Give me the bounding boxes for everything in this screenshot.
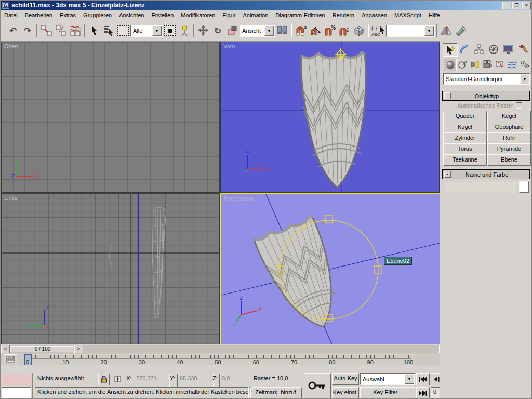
object-button-rohr[interactable]: Rohr — [487, 132, 531, 144]
object-button-ebene[interactable]: Ebene — [487, 154, 531, 166]
align-icon[interactable] — [454, 23, 468, 38]
chevron-down-icon[interactable]: ▼ — [152, 26, 162, 36]
tab-utilities[interactable] — [515, 43, 529, 56]
category-lights[interactable] — [469, 59, 481, 70]
y-coord-field[interactable]: 65,338 — [177, 374, 214, 387]
track-bar-ruler[interactable]: 0102030405060708090100 — [24, 354, 415, 365]
x-coord-field[interactable]: 270,371 — [134, 374, 170, 387]
menu-item-animation[interactable]: Animation — [239, 11, 272, 19]
undo-button[interactable]: ↶ — [6, 23, 20, 38]
menu-item-modifikatoren[interactable]: Modifikatoren — [177, 11, 219, 19]
spinner-snap-icon[interactable] — [337, 23, 352, 38]
rectangular-selection-region-icon[interactable] — [116, 23, 130, 38]
time-slider-next-button[interactable]: > — [74, 345, 83, 353]
named-selection-dropdown[interactable]: ▼ — [386, 25, 435, 37]
auto-key-button[interactable]: Auto-Key — [332, 373, 359, 385]
close-button[interactable]: × — [522, 2, 531, 9]
menu-item-diagramm-editoren[interactable]: Diagramm-Editoren — [272, 11, 328, 19]
angle-snap-icon[interactable] — [308, 23, 323, 38]
menu-item-anpassen[interactable]: Anpassen — [358, 11, 391, 19]
keyboard-override-icon[interactable]: T — [352, 23, 366, 38]
autogrid-checkbox[interactable] — [516, 102, 522, 109]
select-by-name-icon[interactable] — [101, 23, 116, 38]
object-button-geosph-re[interactable]: Geosphäre — [487, 122, 531, 133]
tab-motion[interactable] — [486, 43, 500, 56]
time-slider-prev-button[interactable]: < — [1, 345, 10, 353]
viewport-perspective[interactable]: Perspektive Z X — [220, 193, 441, 345]
maxscript-mini-listener-pink[interactable] — [2, 374, 31, 385]
key-filters-button[interactable]: Key-Filter... — [360, 387, 415, 399]
menu-item-gruppieren[interactable]: Gruppieren — [79, 11, 115, 19]
object-button-zylinder[interactable]: Zylinder — [443, 132, 487, 144]
category-helpers[interactable] — [494, 59, 506, 70]
set-key-button[interactable] — [304, 373, 331, 399]
restore-button[interactable]: ❐ — [512, 2, 521, 9]
object-button-pyramide[interactable]: Pyramide — [487, 143, 531, 155]
track-bar[interactable]: 0102030405060708090100 — [1, 353, 440, 366]
mini-curve-editor-button[interactable] — [4, 354, 17, 364]
collapse-icon[interactable]: - — [444, 171, 451, 178]
tab-create[interactable] — [443, 43, 458, 57]
chevron-down-icon[interactable]: ▼ — [520, 74, 529, 84]
z-coord-field[interactable]: 0,0 — [219, 374, 254, 387]
maxscript-mini-listener-white[interactable] — [2, 387, 31, 399]
select-and-link-icon[interactable] — [39, 23, 54, 38]
object-button-quader[interactable]: Quader — [443, 111, 487, 122]
menu-item-rendern[interactable]: Rendern — [329, 11, 358, 19]
select-and-scale-icon[interactable] — [225, 23, 240, 38]
selection-filter-dropdown[interactable]: Alle ▼ — [130, 25, 163, 37]
category-shapes[interactable] — [456, 59, 468, 70]
redo-button[interactable]: ↷ — [20, 23, 35, 38]
menu-item-figur[interactable]: Figur — [219, 11, 239, 19]
menu-item-maxscript[interactable]: MAXScript — [391, 11, 425, 19]
bind-to-spacewarp-icon[interactable] — [68, 23, 83, 38]
object-color-swatch[interactable] — [519, 181, 529, 193]
rollout-header-name-farbe[interactable]: - Name und Farbe — [442, 169, 530, 179]
window-crossing-toggle-icon[interactable] — [163, 23, 177, 38]
chevron-down-icon[interactable]: ▼ — [424, 26, 434, 36]
object-button-teekanne[interactable]: Teekanne — [443, 154, 487, 166]
tab-modify[interactable] — [457, 43, 471, 56]
select-object-icon[interactable] — [87, 23, 101, 38]
viewport-label-perspektive[interactable]: Perspektive — [224, 195, 254, 202]
menu-item-datei[interactable]: Datei — [1, 11, 21, 19]
time-slider-button[interactable]: 0 / 100 — [10, 346, 75, 352]
object-button-kugel[interactable]: Kugel — [443, 122, 487, 133]
tab-hierarchy[interactable] — [472, 43, 486, 56]
viewport-left[interactable]: Links Z X — [1, 193, 220, 344]
menu-item-hilfe[interactable]: Hilfe — [425, 11, 444, 19]
menu-item-ansichten[interactable]: Ansichten — [115, 11, 148, 19]
collapse-icon[interactable]: - — [444, 92, 451, 99]
percent-snap-icon[interactable]: % — [323, 23, 337, 38]
viewport-label-links[interactable]: Links — [4, 195, 18, 201]
viewport-label-vorn[interactable]: Vorn — [223, 43, 235, 49]
menu-item-bearbeiten[interactable]: Bearbeiten — [21, 11, 56, 19]
animation-selection-dropdown[interactable]: Auswahl ▼ — [360, 373, 415, 385]
category-cameras[interactable] — [481, 59, 493, 70]
minimize-button[interactable]: _ — [502, 2, 511, 9]
add-time-tag-button[interactable]: Zeitmark. hinzuf. — [251, 387, 302, 399]
object-category-dropdown[interactable]: Standard-Grundkörper ▼ — [443, 73, 530, 85]
category-systems[interactable] — [518, 59, 530, 70]
selection-lock-button[interactable] — [98, 374, 110, 385]
category-geometry[interactable] — [444, 59, 457, 71]
toolbar-handle[interactable] — [2, 23, 4, 38]
reference-coordsys-dropdown[interactable]: Ansicht ▼ — [240, 25, 275, 37]
select-and-manipulate-icon[interactable] — [177, 23, 192, 38]
mirror-icon[interactable] — [439, 23, 454, 38]
select-and-rotate-icon[interactable]: ↻ — [210, 23, 225, 38]
menu-item-extras[interactable]: Extras — [56, 11, 79, 19]
use-pivot-center-icon[interactable] — [275, 23, 289, 38]
tab-display[interactable] — [501, 43, 515, 56]
go-to-start-button[interactable] — [416, 373, 430, 385]
object-button-torus[interactable]: Torus — [443, 143, 487, 155]
viewport-label-oben[interactable]: Oben — [4, 43, 18, 49]
snap-toggle-icon[interactable]: 3 — [294, 23, 308, 38]
viewport-top[interactable]: Oben X Z — [1, 42, 220, 193]
viewport-front[interactable]: Vorn Z X — [220, 42, 440, 193]
category-spacewarps[interactable] — [506, 59, 518, 70]
absolute-offset-toggle-button[interactable] — [112, 374, 123, 385]
set-key-mode-button[interactable]: Key einst. — [332, 387, 359, 399]
chevron-down-icon[interactable]: ▼ — [264, 26, 274, 36]
rollout-header-objekttyp[interactable]: - Objekttyp — [442, 91, 530, 101]
